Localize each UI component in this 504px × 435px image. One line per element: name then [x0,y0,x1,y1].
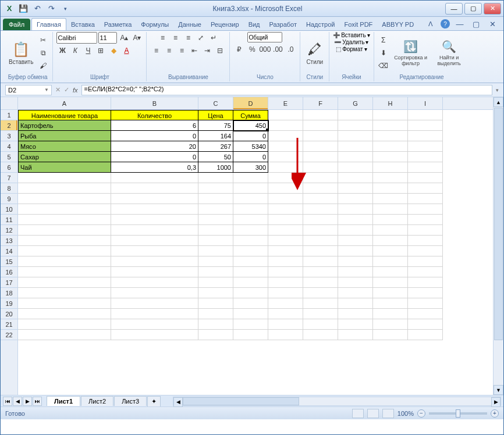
decrease-indent-icon[interactable]: ⇤ [189,45,200,56]
cell-G11[interactable] [338,215,373,225]
col-header-B[interactable]: B [111,97,198,109]
cell-H20[interactable] [373,309,408,319]
cell-I18[interactable] [408,288,443,298]
cell-F20[interactable] [303,309,338,319]
cell-H15[interactable] [373,256,408,267]
cell-A5[interactable]: Сахар [18,152,111,162]
row-header-10[interactable]: 10 [1,204,17,215]
zoom-knob[interactable] [456,409,460,418]
align-top-icon[interactable]: ≡ [157,32,168,44]
underline-icon[interactable]: Ч [82,45,94,56]
sheet-last-icon[interactable]: ⏭ [33,397,42,406]
cell-E21[interactable] [268,319,303,330]
scroll-up-icon[interactable]: ▲ [494,97,503,107]
cell-D11[interactable] [233,215,268,225]
cell-G3[interactable] [338,131,373,141]
expand-formula-icon[interactable]: ▾ [496,87,499,93]
sort-filter-button[interactable]: 🔃 Сортировка и фильтр [391,38,431,67]
cell-E9[interactable] [268,194,303,204]
cell-B8[interactable] [111,183,198,194]
number-format-select[interactable] [247,32,282,42]
minimize-ribbon-icon[interactable]: ᐱ [424,17,437,30]
cell-B2[interactable]: 6 [111,120,198,131]
tab-формулы[interactable]: Формулы [136,19,173,30]
minimize-button[interactable]: — [445,3,463,15]
cell-C22[interactable] [198,330,233,340]
cell-I13[interactable] [408,236,443,246]
cell-D5[interactable]: 0 [233,152,268,162]
cell-I6[interactable] [408,162,443,173]
align-right-icon[interactable]: ≡ [176,45,187,56]
fill-color-icon[interactable]: ◆ [108,45,119,56]
cell-F21[interactable] [303,319,338,330]
cell-A11[interactable] [18,215,111,225]
cell-C16[interactable] [198,267,233,277]
cell-E13[interactable] [268,236,303,246]
tab-разработ[interactable]: Разработ [265,19,301,30]
cell-D10[interactable] [233,204,268,215]
cell-D17[interactable] [233,277,268,288]
scroll-down-icon[interactable]: ▼ [494,385,503,395]
tab-разметка[interactable]: Разметка [100,19,137,30]
cell-E1[interactable] [268,110,303,120]
cell-C17[interactable] [198,277,233,288]
zoom-out-button[interactable]: − [417,409,425,418]
cell-A3[interactable]: Рыба [18,131,111,141]
zoom-slider[interactable] [429,412,487,415]
tab-abbyy pd[interactable]: ABBYY PD [377,19,418,30]
cell-I15[interactable] [408,256,443,267]
cell-B18[interactable] [111,288,198,298]
cell-G12[interactable] [338,225,373,236]
cell-B12[interactable] [111,225,198,236]
bold-icon[interactable]: Ж [56,45,68,56]
cell-B4[interactable]: 20 [111,141,198,152]
align-bot-icon[interactable]: ≡ [182,32,194,44]
cell-I17[interactable] [408,277,443,288]
cell-A18[interactable] [18,288,111,298]
cell-G13[interactable] [338,236,373,246]
cell-C13[interactable] [198,236,233,246]
col-header-F[interactable]: F [303,97,338,109]
cell-G20[interactable] [338,309,373,319]
cell-C18[interactable] [198,288,233,298]
cell-I16[interactable] [408,267,443,277]
cell-B15[interactable] [111,256,198,267]
cell-C4[interactable]: 267 [198,141,233,152]
cell-F22[interactable] [303,330,338,340]
cell-C2[interactable]: 75 [198,120,233,131]
col-header-A[interactable]: A [18,97,111,109]
excel-icon[interactable]: X [3,2,16,15]
cell-H14[interactable] [373,246,408,256]
name-box-dropdown-icon[interactable]: ▼ [44,87,49,92]
cell-F5[interactable] [303,152,338,162]
confirm-formula-icon[interactable]: ✓ [64,86,69,94]
sheet-tab-Лист3[interactable]: Лист3 [114,396,147,406]
cell-F6[interactable] [303,162,338,173]
cell-A16[interactable] [18,267,111,277]
cell-B19[interactable] [111,298,198,309]
col-header-C[interactable]: C [198,97,233,109]
cell-E7[interactable] [268,173,303,183]
cell-F18[interactable] [303,288,338,298]
cell-I21[interactable] [408,319,443,330]
help-icon[interactable]: ? [441,19,450,28]
cell-A10[interactable] [18,204,111,215]
tab-file[interactable]: Файл [3,19,30,30]
cell-H5[interactable] [373,152,408,162]
font-size-select[interactable] [98,32,117,44]
cell-E22[interactable] [268,330,303,340]
cell-C15[interactable] [198,256,233,267]
normal-view-icon[interactable] [352,409,364,418]
merge-icon[interactable]: ⊟ [214,45,226,56]
page-break-view-icon[interactable] [382,409,394,418]
cell-D14[interactable] [233,246,268,256]
cell-E11[interactable] [268,215,303,225]
row-header-14[interactable]: 14 [1,246,17,256]
cell-E20[interactable] [268,309,303,319]
cell-H17[interactable] [373,277,408,288]
cell-A15[interactable] [18,256,111,267]
cell-G2[interactable] [338,120,373,131]
cell-D6[interactable]: 300 [233,162,268,173]
cell-D12[interactable] [233,225,268,236]
row-header-7[interactable]: 7 [1,173,17,183]
